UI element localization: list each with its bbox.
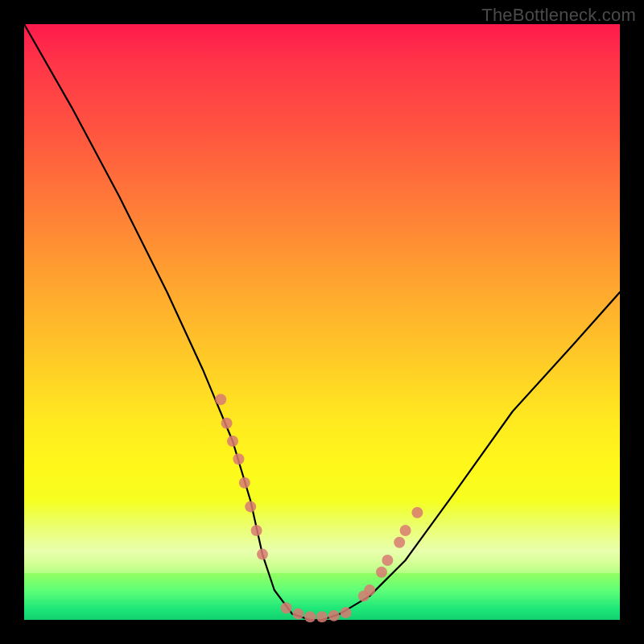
data-point xyxy=(251,525,262,536)
data-point xyxy=(328,610,340,621)
curve-layer xyxy=(24,24,620,620)
watermark-text: TheBottleneck.com xyxy=(481,5,636,26)
data-point xyxy=(233,453,244,464)
data-point xyxy=(394,537,405,548)
data-point xyxy=(215,394,226,405)
marker-layer xyxy=(215,394,423,622)
data-point xyxy=(382,555,393,566)
data-point xyxy=(341,607,352,618)
plot-area xyxy=(24,24,620,620)
data-point xyxy=(221,418,233,429)
data-point xyxy=(245,501,256,512)
data-point xyxy=(227,436,238,447)
curve-svg xyxy=(24,24,620,620)
data-point xyxy=(292,609,303,620)
bottleneck-curve xyxy=(24,24,620,620)
data-point xyxy=(281,602,292,613)
data-point xyxy=(239,477,250,489)
data-point xyxy=(364,584,375,596)
data-point xyxy=(316,611,328,622)
chart-frame: TheBottleneck.com xyxy=(0,0,644,644)
data-point xyxy=(411,507,423,518)
data-point xyxy=(257,549,268,560)
data-point xyxy=(304,611,316,622)
data-point xyxy=(376,567,387,578)
data-point xyxy=(400,525,411,536)
